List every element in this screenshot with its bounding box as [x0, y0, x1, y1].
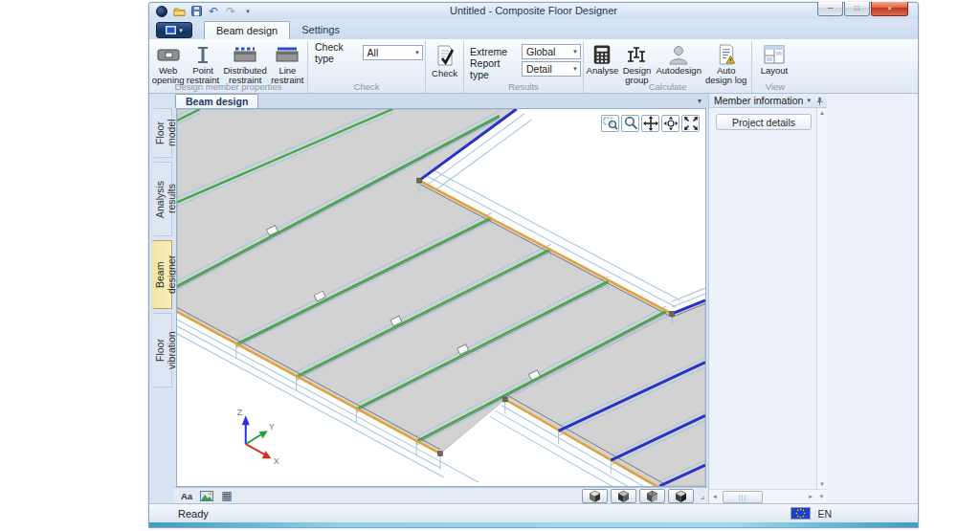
scroll-left-icon[interactable]: ◄	[709, 494, 721, 499]
point-restraint-icon	[191, 43, 214, 65]
scroll-up-icon[interactable]: ▲	[819, 110, 825, 116]
document-tab-beam-design[interactable]: Beam design	[175, 94, 258, 108]
view-cube-wireframe-button[interactable]	[668, 489, 694, 503]
scrollbar-corner: ▼	[816, 494, 827, 499]
view-cube-transparent-button[interactable]	[639, 489, 665, 503]
language-code: EN	[817, 508, 832, 520]
check-button[interactable]: Check	[428, 42, 461, 78]
axis-label-x: X	[274, 456, 279, 466]
view-cube-hidden-line-button[interactable]	[611, 489, 636, 503]
ribbon-tab-row: ▾ Beam design Settings	[149, 19, 918, 39]
dock-empty-area	[827, 94, 918, 503]
text-style-button[interactable]: Aa	[178, 489, 195, 502]
window-bottom-edge	[149, 522, 918, 527]
pan-icon[interactable]	[641, 115, 659, 132]
layout-button[interactable]: Layout	[754, 42, 794, 76]
group-label: Design member properties	[149, 81, 307, 92]
model-3d-scene: Z Y X	[177, 109, 705, 486]
zoom-extents-icon[interactable]	[681, 115, 700, 132]
zoom-icon[interactable]	[621, 115, 639, 132]
group-view: Layout View	[752, 41, 798, 93]
scrollbar-thumb[interactable]: |||	[723, 491, 763, 503]
log-document-icon	[715, 43, 738, 65]
eu-flag-icon	[791, 507, 811, 520]
report-type-label: Report type	[470, 57, 518, 80]
sidebar-tab-floor-model[interactable]: Floor model	[152, 108, 172, 158]
view-cube-shaded-button[interactable]	[582, 489, 608, 503]
axis-triad: Z Y X	[237, 408, 279, 466]
orbit-icon[interactable]	[661, 115, 679, 132]
app-window: ↶ ↷ ▾ Untitled - Composite Floor Designe…	[148, 2, 919, 528]
extreme-combobox[interactable]: Global ▼	[522, 44, 581, 59]
report-type-combobox[interactable]: Detail ▼	[522, 61, 581, 77]
layout-grid-icon	[763, 43, 786, 65]
project-details-button[interactable]: Project details	[716, 114, 812, 130]
vertical-scrollbar[interactable]: ▲ ▼	[816, 108, 827, 489]
calculator-icon	[591, 43, 612, 65]
auto-design-log-button[interactable]: Auto design log	[702, 42, 749, 85]
viewport-bottom-bar: Aa ▦	[174, 487, 708, 503]
sidebar-tab-beam-designer[interactable]: Beam designer	[152, 240, 172, 309]
scroll-right-icon[interactable]: ►	[805, 494, 816, 499]
status-bar: Ready EN	[149, 503, 918, 522]
tab-beam-design[interactable]: Beam design	[204, 21, 290, 39]
ribbon: Web opening Point restraint Distributed …	[149, 39, 918, 94]
sidebar-tab-analysis-results[interactable]: Analysis results	[152, 162, 172, 236]
window-title: Untitled - Composite Floor Designer	[149, 5, 918, 16]
tab-settings[interactable]: Settings	[290, 21, 351, 39]
chevron-down-icon: ▼	[572, 49, 578, 55]
image-button[interactable]	[198, 489, 215, 502]
chevron-down-icon: ▼	[572, 66, 578, 72]
scroll-down-icon[interactable]: ▼	[819, 481, 825, 487]
grid-button[interactable]: ▦	[218, 489, 235, 502]
view-cube-buttons: ⌟	[582, 489, 704, 503]
line-restraint-button[interactable]: Line restraint	[270, 42, 305, 85]
document-tab-bar: Beam design ▾	[174, 94, 708, 108]
viewport-toolbar	[601, 115, 700, 132]
tab-list-icon[interactable]: ▾	[698, 97, 702, 105]
design-group-button[interactable]: Design group	[619, 42, 655, 85]
chevron-down-icon: ▼	[414, 50, 420, 55]
chevron-down-icon: ▾	[179, 27, 183, 34]
panel-header: Member information ▾	[709, 94, 827, 108]
horizontal-scrollbar[interactable]: ◄ ||| ► ▼	[709, 489, 827, 503]
group-design-member-properties: Web opening Point restraint Distributed …	[149, 41, 308, 93]
panel-body: Project details ▲ ▼	[709, 108, 827, 489]
viewport-resize-icon[interactable]: ⌟	[701, 491, 704, 500]
design-group-icon	[625, 43, 648, 65]
group-calculate: Analyse Design group Autodesign Auto des…	[584, 41, 752, 93]
analyse-button[interactable]: Analyse	[586, 42, 619, 76]
check-type-combobox[interactable]: All ▼	[363, 45, 423, 60]
axis-label-y: Y	[269, 422, 275, 431]
distributed-restraint-button[interactable]: Distributed restraint	[221, 42, 270, 85]
language-selector[interactable]: EN	[791, 507, 832, 520]
panel-menu-icon[interactable]: ▾	[807, 97, 811, 104]
line-restraint-icon	[276, 43, 299, 65]
window-controls: ─ □ ×	[816, 2, 908, 16]
point-restraint-button[interactable]: Point restraint	[185, 42, 220, 85]
scrollbar-track[interactable]: |||	[721, 491, 805, 503]
minimize-button[interactable]: ─	[817, 2, 843, 16]
web-opening-icon	[157, 43, 180, 65]
status-text: Ready	[178, 508, 209, 520]
group-check: Check type All ▼ Check	[308, 41, 426, 93]
viewport-3d[interactable]: Z Y X	[176, 108, 706, 487]
pin-icon[interactable]	[815, 96, 824, 106]
autodesign-button[interactable]: Autodesign	[655, 42, 703, 76]
check-type-label: Check type	[315, 41, 359, 64]
document-area: Beam design ▾	[174, 94, 708, 503]
application-menu-button[interactable]: ▾	[156, 22, 192, 38]
group-label: View	[752, 81, 798, 92]
group-label: Results	[464, 81, 583, 92]
maximize-button[interactable]: □	[844, 2, 870, 16]
web-opening-button[interactable]: Web opening	[151, 42, 185, 85]
person-icon	[667, 43, 690, 65]
zoom-window-icon[interactable]	[601, 115, 619, 132]
sidebar-tab-floor-vibration[interactable]: Floor vibration	[152, 313, 172, 387]
main-area: Floor model Analysis results Beam design…	[149, 94, 918, 503]
close-button[interactable]: ×	[871, 2, 908, 16]
panel-content: Project details	[709, 108, 816, 489]
check-icon	[434, 43, 457, 68]
title-bar: ↶ ↷ ▾ Untitled - Composite Floor Designe…	[149, 3, 918, 19]
left-tab-strip: Floor model Analysis results Beam design…	[149, 94, 174, 503]
